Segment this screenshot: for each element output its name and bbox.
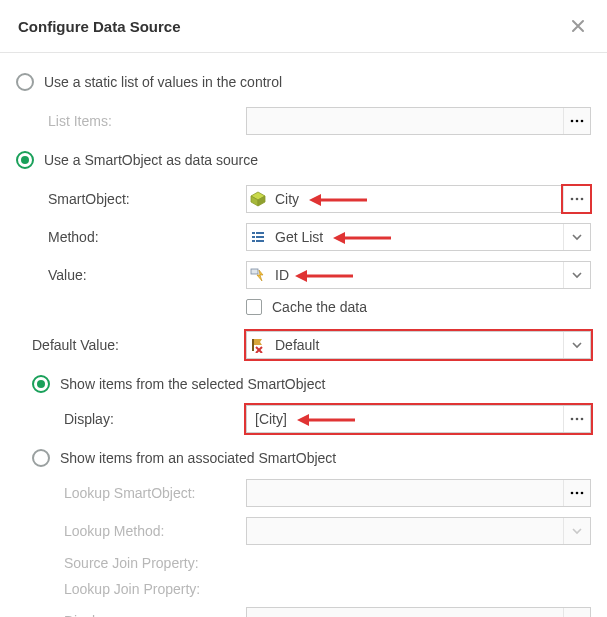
label-smartobject: SmartObject:	[48, 191, 246, 207]
row-cache[interactable]: Cache the data	[246, 299, 591, 315]
svg-rect-15	[252, 240, 255, 242]
row-value: Value: ID	[16, 261, 591, 289]
ellipsis-icon	[570, 197, 584, 201]
close-icon	[570, 18, 586, 34]
option-label: Use a SmartObject as data source	[44, 152, 258, 168]
dialog-header: Configure Data Source	[0, 0, 607, 53]
cube-icon	[247, 191, 269, 207]
row-source-join: Source Join Property:	[16, 555, 591, 571]
label-display: Display:	[64, 411, 246, 427]
row-lookup-method: Lookup Method:	[16, 517, 591, 545]
field-default-value[interactable]: Default	[246, 331, 591, 359]
svg-point-28	[571, 492, 574, 495]
row-lookup-smartobject: Lookup SmartObject:	[16, 479, 591, 507]
row-display-assoc: Display:	[16, 607, 591, 617]
svg-rect-14	[256, 236, 264, 238]
svg-point-6	[571, 198, 574, 201]
flag-invalid-icon	[247, 337, 269, 353]
checkbox-icon	[246, 299, 262, 315]
field-display[interactable]: [City]	[246, 405, 591, 433]
ellipsis-button[interactable]	[563, 186, 590, 212]
svg-point-1	[576, 120, 579, 123]
field-method[interactable]: Get List	[246, 223, 591, 251]
label-lookup-method: Lookup Method:	[64, 523, 246, 539]
label-source-join: Source Join Property:	[64, 555, 246, 571]
svg-point-30	[581, 492, 584, 495]
radio-icon	[16, 151, 34, 169]
field-value: Default	[269, 337, 563, 353]
row-lookup-join: Lookup Join Property:	[16, 581, 591, 597]
svg-point-8	[581, 198, 584, 201]
field-value-select[interactable]: ID	[246, 261, 591, 289]
checkbox-label: Cache the data	[272, 299, 367, 315]
radio-icon	[32, 449, 50, 467]
radio-icon	[16, 73, 34, 91]
field-value: ID	[269, 267, 563, 283]
field-value: City	[269, 191, 563, 207]
label-lookup-so: Lookup SmartObject:	[64, 485, 246, 501]
svg-rect-13	[252, 236, 255, 238]
chevron-down-icon	[571, 339, 583, 351]
label-method: Method:	[48, 229, 246, 245]
row-display: Display: [City]	[16, 405, 591, 433]
option-show-associated[interactable]: Show items from an associated SmartObjec…	[32, 449, 591, 467]
dropdown-button[interactable]	[563, 262, 590, 288]
svg-rect-12	[256, 232, 264, 234]
svg-point-7	[576, 198, 579, 201]
dialog-title: Configure Data Source	[18, 18, 181, 35]
field-display-assoc	[246, 607, 591, 617]
chevron-down-icon	[571, 231, 583, 243]
option-label: Show items from the selected SmartObject	[60, 376, 325, 392]
chevron-down-icon	[571, 269, 583, 281]
radio-icon	[32, 375, 50, 393]
ellipsis-button	[563, 608, 590, 617]
ellipsis-button	[563, 480, 590, 506]
option-label: Use a static list of values in the contr…	[44, 74, 282, 90]
field-list-items	[246, 107, 591, 135]
option-label: Show items from an associated SmartObjec…	[60, 450, 336, 466]
ellipsis-icon	[570, 119, 584, 123]
option-show-selected[interactable]: Show items from the selected SmartObject	[32, 375, 591, 393]
row-method: Method: Get List	[16, 223, 591, 251]
svg-rect-16	[256, 240, 264, 242]
svg-rect-19	[251, 269, 258, 274]
close-button[interactable]	[567, 15, 589, 37]
list-icon	[247, 229, 269, 245]
field-lookup-method	[246, 517, 591, 545]
dropdown-button[interactable]	[563, 332, 590, 358]
option-static-list[interactable]: Use a static list of values in the contr…	[16, 73, 591, 91]
bolt-icon	[247, 267, 269, 283]
ellipsis-icon	[570, 417, 584, 421]
svg-rect-22	[252, 339, 254, 351]
label-default-value: Default Value:	[32, 337, 246, 353]
row-default-value: Default Value: Default	[16, 331, 591, 359]
field-lookup-so	[246, 479, 591, 507]
field-smartobject[interactable]: City	[246, 185, 591, 213]
svg-point-25	[581, 418, 584, 421]
dropdown-button[interactable]	[563, 224, 590, 250]
option-smartobject[interactable]: Use a SmartObject as data source	[16, 151, 591, 169]
svg-point-0	[571, 120, 574, 123]
field-value: [City]	[247, 411, 563, 427]
ellipsis-icon	[570, 491, 584, 495]
ellipsis-button	[563, 108, 590, 134]
dialog-body: Use a static list of values in the contr…	[0, 53, 607, 617]
label-value: Value:	[48, 267, 246, 283]
row-smartobject: SmartObject: City	[16, 185, 591, 213]
label-lookup-join: Lookup Join Property:	[64, 581, 246, 597]
svg-rect-11	[252, 232, 255, 234]
svg-point-23	[571, 418, 574, 421]
chevron-down-icon	[571, 525, 583, 537]
svg-point-29	[576, 492, 579, 495]
field-value: Get List	[269, 229, 563, 245]
dropdown-button	[563, 518, 590, 544]
row-list-items: List Items:	[16, 107, 591, 135]
label-display-assoc: Display:	[64, 613, 246, 617]
svg-point-24	[576, 418, 579, 421]
ellipsis-button[interactable]	[563, 406, 590, 432]
label-list-items: List Items:	[48, 113, 246, 129]
svg-point-2	[581, 120, 584, 123]
